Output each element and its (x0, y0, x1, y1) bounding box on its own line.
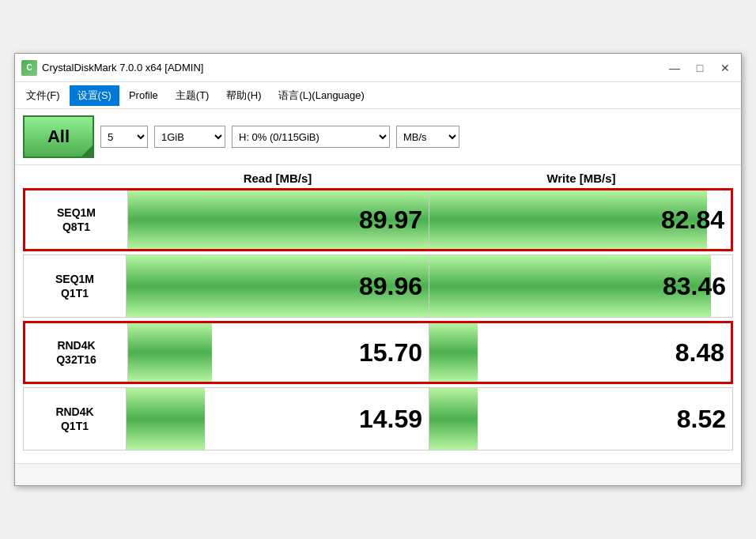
read-bar-rnd4k-q1t1 (127, 388, 205, 450)
write-value-seq1m-q8t1: 82.84 (661, 205, 724, 235)
app-icon: C (21, 60, 37, 76)
write-value-rnd4k-q32t16: 8.48 (675, 338, 724, 368)
read-value-seq1m-q1t1: 89.96 (359, 272, 422, 301)
menu-language[interactable]: 语言(L)(Language) (270, 85, 372, 106)
bench-cell-seq1m-q1t1-read: 89.96 (127, 255, 429, 317)
write-value-rnd4k-q1t1: 8.52 (677, 405, 726, 434)
row-label-seq1m-q8t1: SEQ1MQ8T1 (25, 190, 128, 249)
row-label-seq1m-q1t1: SEQ1MQ1T1 (24, 255, 127, 317)
bench-cell-seq1m-q1t1-write: 83.46 (429, 255, 732, 317)
status-bar (15, 463, 741, 485)
write-bar-rnd4k-q32t16 (429, 323, 478, 382)
read-value-rnd4k-q32t16: 15.70 (359, 338, 422, 368)
read-value-seq1m-q8t1: 89.97 (359, 205, 422, 235)
bench-cell-rnd4k-q32t16-write: 8.48 (429, 323, 731, 382)
bench-row-rnd4k-q1t1: RND4KQ1T1 14.59 8.52 (23, 387, 733, 450)
bench-row-seq1m-q8t1: SEQ1MQ8T1 89.97 82.84 (23, 188, 733, 251)
bench-cell-rnd4k-q32t16-read: 15.70 (128, 323, 429, 382)
toolbar: All 5 1GiB H: 0% (0/115GiB) MB/s (15, 109, 741, 165)
bench-row-seq1m-q1t1: SEQ1MQ1T1 89.96 83.46 (23, 254, 733, 318)
title-bar-left: C CrystalDiskMark 7.0.0 x64 [ADMIN] (21, 60, 203, 76)
row-label-rnd4k-q1t1: RND4KQ1T1 (24, 388, 127, 450)
col-write-header: Write [MB/s] (429, 172, 733, 185)
read-bar-rnd4k-q32t16 (128, 323, 212, 382)
menu-bar: 文件(F) 设置(S) Profile 主题(T) 帮助(H) 语言(L)(La… (15, 82, 741, 109)
unit-select[interactable]: MB/s (396, 126, 459, 148)
bench-row-rnd4k-q32t16: RND4KQ32T16 15.70 8.48 (23, 321, 733, 384)
all-button[interactable]: All (23, 115, 94, 158)
content-area: Read [MB/s] Write [MB/s] SEQ1MQ8T1 89.97… (15, 165, 741, 460)
main-window: C CrystalDiskMark 7.0.0 x64 [ADMIN] — □ … (14, 53, 742, 486)
size-select[interactable]: 1GiB (154, 126, 225, 148)
bench-cell-rnd4k-q1t1-read: 14.59 (127, 388, 429, 450)
bench-cell-rnd4k-q1t1-write: 8.52 (429, 388, 732, 450)
bench-cell-seq1m-q8t1-read: 89.97 (128, 190, 429, 249)
window-controls: — □ ✕ (665, 60, 735, 76)
count-select[interactable]: 5 (100, 126, 148, 148)
row-label-rnd4k-q32t16: RND4KQ32T16 (25, 323, 128, 382)
menu-help[interactable]: 帮助(H) (218, 85, 269, 106)
drive-select[interactable]: H: 0% (0/115GiB) (232, 126, 390, 148)
column-headers: Read [MB/s] Write [MB/s] (23, 172, 733, 185)
menu-file[interactable]: 文件(F) (18, 85, 68, 106)
maximize-button[interactable]: □ (690, 60, 709, 76)
read-value-rnd4k-q1t1: 14.59 (359, 405, 422, 434)
title-bar: C CrystalDiskMark 7.0.0 x64 [ADMIN] — □ … (15, 54, 741, 82)
col-read-header: Read [MB/s] (126, 172, 429, 185)
window-title: CrystalDiskMark 7.0.0 x64 [ADMIN] (42, 62, 203, 74)
menu-profile[interactable]: Profile (121, 86, 166, 104)
close-button[interactable]: ✕ (716, 60, 735, 76)
write-bar-rnd4k-q1t1 (429, 388, 478, 450)
bench-cell-seq1m-q8t1-write: 82.84 (429, 190, 731, 249)
col-label-header (23, 172, 126, 185)
menu-theme[interactable]: 主题(T) (168, 85, 217, 106)
minimize-button[interactable]: — (665, 60, 684, 76)
write-value-seq1m-q1t1: 83.46 (663, 272, 726, 301)
menu-settings[interactable]: 设置(S) (70, 85, 119, 106)
